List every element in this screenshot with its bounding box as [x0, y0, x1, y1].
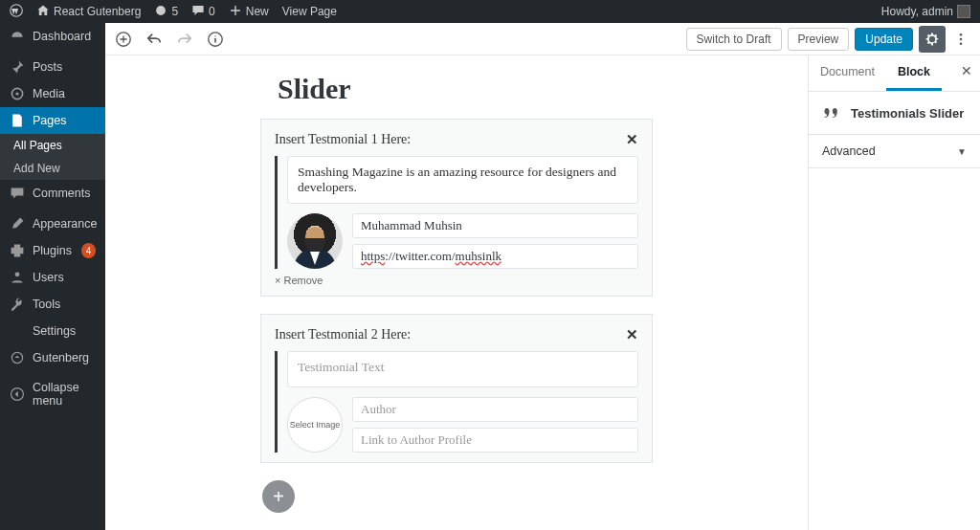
- updates-count: 5: [171, 5, 178, 18]
- menu-posts[interactable]: Posts: [0, 54, 105, 80]
- block-name: Testimonials Slider: [851, 106, 964, 121]
- site-name-text: React Gutenberg: [54, 5, 141, 18]
- tab-block[interactable]: Block: [886, 55, 942, 91]
- view-label: View Page: [282, 5, 337, 18]
- menu-posts-label: Posts: [33, 60, 62, 74]
- redo-button[interactable]: [176, 31, 193, 48]
- svg-point-2: [15, 92, 18, 95]
- menu-collapse-label: Collapse menu: [33, 381, 96, 408]
- editor: Switch to Draft Preview Update Slider In…: [105, 23, 980, 530]
- avatar: [957, 5, 970, 18]
- more-menu-button[interactable]: [951, 26, 970, 53]
- svg-point-9: [960, 37, 963, 40]
- comments-icon: [10, 186, 25, 201]
- sidebar-close-icon[interactable]: ✕: [961, 63, 972, 78]
- svg-point-3: [15, 272, 20, 276]
- remove-testimonial-1[interactable]: × Remove: [275, 275, 638, 286]
- users-icon: [10, 270, 25, 285]
- menu-tools-label: Tools: [33, 298, 60, 311]
- menu-appearance[interactable]: Appearance: [0, 210, 105, 237]
- menu-dashboard-label: Dashboard: [33, 30, 91, 43]
- link-handle: muhsinlk: [456, 249, 501, 263]
- gutenberg-icon: [10, 350, 25, 365]
- tab-document[interactable]: Document: [809, 55, 886, 91]
- view-page-link[interactable]: View Page: [282, 5, 337, 18]
- editor-sidebar: Document Block ✕ Testimonials Slider Adv…: [808, 55, 980, 530]
- testimonials-slider-block: Insert Testmonial 1 Here: ✕ Smashing Mag…: [260, 119, 653, 513]
- menu-media-label: Media: [33, 87, 65, 100]
- page-title[interactable]: Slider: [278, 73, 779, 105]
- editor-topbar: Switch to Draft Preview Update: [105, 23, 980, 55]
- wp-logo[interactable]: [10, 4, 23, 20]
- panel-advanced-label: Advanced: [822, 144, 876, 158]
- testimonial-avatar-1[interactable]: [287, 213, 343, 269]
- close-icon[interactable]: ✕: [626, 131, 638, 148]
- dashboard-icon: [10, 29, 25, 44]
- pages-submenu: All Pages Add New: [0, 134, 105, 180]
- menu-tools[interactable]: Tools: [0, 291, 105, 318]
- add-block-button[interactable]: [115, 31, 132, 48]
- menu-gutenberg[interactable]: Gutenberg: [0, 344, 105, 371]
- menu-users[interactable]: Users: [0, 264, 105, 291]
- select-image-button-2[interactable]: Select Image: [287, 397, 343, 453]
- plugin-icon: [10, 243, 25, 258]
- testimonial-card-2: Insert Testmonial 2 Here: ✕ Testimonial …: [260, 314, 653, 463]
- chevron-down-icon: ▼: [957, 146, 967, 157]
- menu-pages[interactable]: Pages: [0, 107, 105, 134]
- adminbar: React Gutenberg 5 0 New View Page Howdy,…: [0, 0, 980, 23]
- link-mid: ://twitter.com/: [385, 249, 455, 263]
- link-input-1[interactable]: https://twitter.com/muhsinlk: [352, 244, 638, 269]
- preview-button[interactable]: Preview: [788, 28, 850, 51]
- add-testimonial-button[interactable]: +: [262, 480, 295, 513]
- media-icon: [10, 86, 25, 101]
- menu-dashboard[interactable]: Dashboard: [0, 23, 105, 50]
- page-icon: [10, 113, 25, 128]
- new-link[interactable]: New: [229, 4, 269, 20]
- switch-draft-button[interactable]: Switch to Draft: [686, 28, 782, 51]
- testimonial-card-1: Insert Testmonial 1 Here: ✕ Smashing Mag…: [260, 119, 653, 297]
- menu-plugins-label: Plugins: [33, 244, 72, 257]
- editor-canvas[interactable]: Slider Insert Testmonial 1 Here: ✕ Smash…: [105, 55, 808, 530]
- collapse-icon: [10, 386, 25, 402]
- comments-count: 0: [209, 5, 215, 18]
- tools-icon: [10, 297, 25, 312]
- settings-icon: [10, 323, 25, 339]
- update-button[interactable]: Update: [855, 28, 913, 51]
- plugins-update-badge: 4: [81, 243, 96, 258]
- author-input-2[interactable]: Author: [352, 397, 638, 422]
- adminmenu: Dashboard Posts Media Pages All Pages Ad…: [0, 23, 105, 530]
- undo-button[interactable]: [145, 31, 163, 48]
- panel-advanced[interactable]: Advanced ▼: [809, 135, 980, 168]
- menu-comments[interactable]: Comments: [0, 180, 105, 207]
- author-input-1[interactable]: Muhammad Muhsin: [352, 213, 638, 238]
- updates-link[interactable]: 5: [154, 4, 178, 20]
- menu-settings[interactable]: Settings: [0, 318, 105, 344]
- new-label: New: [246, 5, 269, 18]
- menu-settings-label: Settings: [33, 324, 76, 338]
- submenu-add-new[interactable]: Add New: [0, 157, 105, 180]
- menu-media[interactable]: Media: [0, 80, 105, 107]
- svg-point-10: [960, 42, 963, 45]
- site-name-link[interactable]: React Gutenberg: [36, 4, 141, 20]
- brush-icon: [10, 216, 25, 232]
- howdy-text: Howdy, admin: [881, 5, 953, 18]
- menu-users-label: Users: [33, 271, 64, 284]
- testimonial-text-input-2[interactable]: Testimonial Text: [287, 351, 638, 387]
- comments-link[interactable]: 0: [191, 4, 215, 20]
- submenu-all-pages[interactable]: All Pages: [0, 134, 105, 157]
- menu-comments-label: Comments: [33, 187, 90, 200]
- menu-plugins[interactable]: Plugins4: [0, 237, 105, 264]
- info-button[interactable]: [207, 31, 224, 48]
- settings-toggle-button[interactable]: [919, 26, 946, 53]
- testimonial-text-input-1[interactable]: Smashing Magazine is an amazing resource…: [287, 156, 638, 204]
- pin-icon: [10, 59, 25, 75]
- testimonial-header-2: Insert Testmonial 2 Here:: [275, 327, 411, 342]
- link-input-2[interactable]: Link to Author Profile: [352, 428, 638, 453]
- menu-gutenberg-label: Gutenberg: [33, 351, 89, 364]
- menu-collapse[interactable]: Collapse menu: [0, 375, 105, 413]
- svg-point-8: [960, 33, 963, 35]
- howdy-link[interactable]: Howdy, admin: [881, 5, 970, 18]
- quote-icon: [822, 103, 841, 122]
- close-icon[interactable]: ✕: [626, 326, 638, 343]
- menu-pages-label: Pages: [33, 114, 66, 127]
